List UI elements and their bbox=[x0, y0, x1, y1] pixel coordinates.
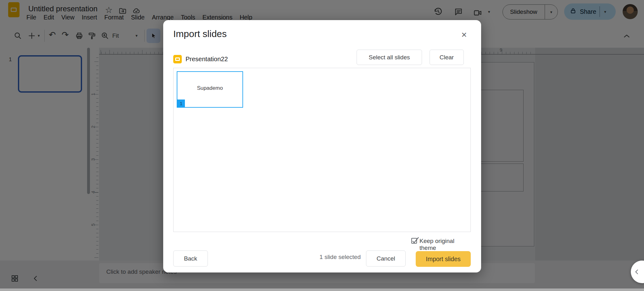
chevron-left-icon bbox=[634, 268, 641, 275]
back-button[interactable]: Back bbox=[173, 251, 208, 267]
source-presentation-name: Presentation22 bbox=[186, 56, 228, 63]
import-slides-dialog: Import slides ✕ Presentation22 Select al… bbox=[163, 20, 481, 272]
presentation-file-icon bbox=[173, 55, 182, 63]
selection-status: 1 slide selected bbox=[298, 254, 361, 261]
slide-number-badge: 1 bbox=[177, 100, 185, 107]
clear-selection-button[interactable]: Clear bbox=[430, 50, 464, 65]
checkmark-icon bbox=[411, 236, 419, 244]
close-icon: ✕ bbox=[461, 31, 467, 39]
keep-theme-checkbox[interactable] bbox=[411, 238, 417, 244]
dialog-title: Import slides bbox=[173, 29, 227, 39]
google-slides-window: Untitled presentation ☆ File Edit View I… bbox=[0, 0, 644, 291]
slide-thumbnail-selected[interactable]: Supademo 1 bbox=[177, 71, 243, 108]
slides-list-container: Supademo 1 bbox=[173, 68, 471, 232]
window-bottom-edge bbox=[0, 288, 644, 291]
slide-thumbnail-title: Supademo bbox=[197, 85, 223, 91]
select-all-slides-button[interactable]: Select all slides bbox=[357, 50, 422, 65]
cancel-button[interactable]: Cancel bbox=[366, 251, 406, 267]
keep-theme-row: Keep original theme bbox=[163, 237, 471, 245]
keep-theme-label: Keep original theme bbox=[419, 238, 471, 251]
import-slides-button[interactable]: Import slides bbox=[416, 251, 471, 267]
close-dialog-button[interactable]: ✕ bbox=[459, 30, 469, 40]
